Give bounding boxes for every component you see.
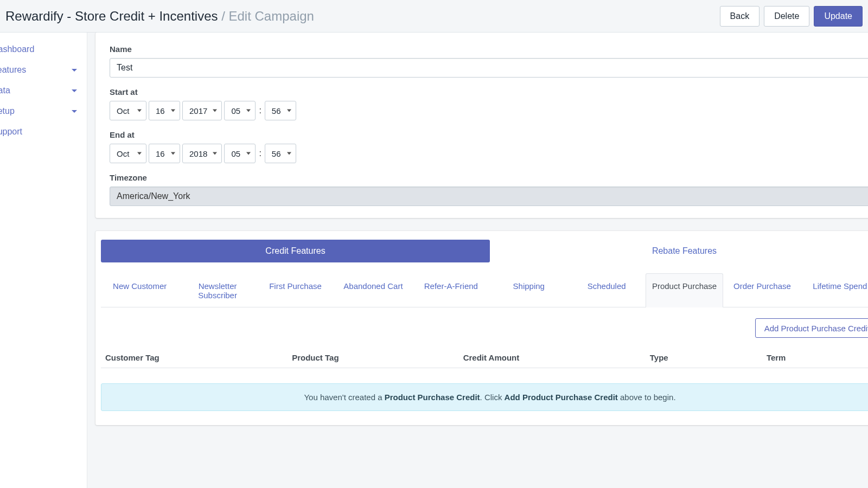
start-hour-select[interactable]: 05 — [224, 101, 256, 120]
subtab-scheduled[interactable]: Scheduled — [567, 273, 645, 307]
chevron-down-icon — [72, 89, 77, 92]
end-day-select[interactable]: 16 — [149, 144, 180, 163]
sidebar-item-label: Data — [0, 86, 10, 95]
chevron-down-icon — [72, 69, 77, 72]
start-at-label: Start at — [110, 87, 868, 97]
chevron-down-icon — [137, 110, 142, 112]
title-main: Rewardify - Store Credit + Incentives — [5, 9, 218, 23]
start-min-select[interactable]: 56 — [265, 101, 296, 120]
update-button[interactable]: Update — [814, 6, 863, 27]
subtab-newsletter-subscriber[interactable]: Newsletter Subscriber — [178, 273, 256, 307]
sidebar-item-dashboard[interactable]: Dashboard — [0, 39, 87, 60]
subtab-order-purchase[interactable]: Order Purchase — [723, 273, 801, 307]
content: Name Start at Oct 16 2017 05 : 56 End at… — [87, 33, 868, 488]
sidebar-item-setup[interactable]: Setup — [0, 101, 87, 121]
chevron-down-icon — [246, 110, 251, 112]
start-day-select[interactable]: 16 — [149, 101, 180, 120]
chevron-down-icon — [171, 152, 175, 155]
th-credit-amount: Credit Amount — [459, 348, 646, 368]
feature-type-tabs: Credit Features Rebate Features — [101, 240, 868, 262]
start-at-selects: Oct 16 2017 05 : 56 — [110, 101, 868, 120]
tab-rebate-features[interactable]: Rebate Features — [490, 240, 868, 262]
subtab-new-customer[interactable]: New Customer — [101, 273, 178, 307]
features-card: Credit Features Rebate Features New Cust… — [95, 231, 868, 425]
sidebar-item-label: Features — [0, 65, 26, 75]
end-min-select[interactable]: 56 — [265, 144, 296, 163]
chevron-down-icon — [137, 152, 142, 155]
end-at-label: End at — [110, 130, 868, 139]
add-product-purchase-credit-button[interactable]: Add Product Purchase Credit — [755, 318, 868, 338]
subtab-abandoned-cart[interactable]: Abandoned Cart — [334, 273, 412, 307]
name-label: Name — [110, 44, 868, 54]
topbar: Rewardify - Store Credit + Incentives / … — [0, 0, 868, 33]
sidebar-item-features[interactable]: Features — [0, 60, 87, 80]
subtab-refer-a-friend[interactable]: Refer-A-Friend — [412, 273, 490, 307]
sidebar-item-support[interactable]: Support — [0, 121, 87, 142]
end-hour-select[interactable]: 05 — [224, 144, 256, 163]
time-colon: : — [258, 149, 262, 158]
title-sep: / — [218, 9, 229, 23]
end-month-select[interactable]: Oct — [110, 144, 146, 163]
subtab-lifetime-spend[interactable]: Lifetime Spend — [801, 273, 868, 307]
th-product-tag: Product Tag — [288, 348, 458, 368]
end-year-select[interactable]: 2018 — [182, 144, 222, 163]
sidebar-item-data[interactable]: Data — [0, 80, 87, 101]
end-at-selects: Oct 16 2018 05 : 56 — [110, 144, 868, 163]
chevron-down-icon — [287, 152, 291, 155]
name-field[interactable] — [110, 58, 868, 78]
sidebar: Dashboard Features Data Setup Support — [0, 33, 87, 488]
subtab-product-purchase[interactable]: Product Purchase — [646, 273, 723, 307]
back-button[interactable]: Back — [720, 6, 760, 27]
subtab-first-purchase[interactable]: First Purchase — [257, 273, 334, 307]
chevron-down-icon — [287, 110, 291, 112]
campaign-form-card: Name Start at Oct 16 2017 05 : 56 End at… — [95, 33, 868, 218]
sidebar-item-label: Dashboard — [0, 44, 34, 54]
chevron-down-icon — [213, 152, 217, 155]
header-actions: Back Delete Update — [720, 6, 863, 27]
th-term: Term — [762, 348, 868, 368]
sidebar-item-label: Setup — [0, 106, 15, 116]
chevron-down-icon — [213, 110, 217, 112]
page-title: Rewardify - Store Credit + Incentives / … — [5, 9, 720, 24]
chevron-down-icon — [246, 152, 251, 155]
add-credit-row: Add Product Purchase Credit — [101, 318, 868, 338]
credit-subtabs: New Customer Newsletter Subscriber First… — [101, 273, 868, 307]
empty-state-alert: You haven't created a Product Purchase C… — [101, 383, 868, 411]
start-month-select[interactable]: Oct — [110, 101, 146, 120]
chevron-down-icon — [72, 110, 77, 113]
tab-credit-features[interactable]: Credit Features — [101, 240, 490, 262]
table-header-row: Customer Tag Product Tag Credit Amount T… — [101, 348, 868, 368]
time-colon: : — [258, 106, 262, 115]
start-year-select[interactable]: 2017 — [182, 101, 222, 120]
timezone-label: Timezone — [110, 173, 868, 182]
delete-button[interactable]: Delete — [764, 6, 809, 27]
sidebar-item-label: Support — [0, 127, 22, 137]
th-type: Type — [646, 348, 762, 368]
th-customer-tag: Customer Tag — [101, 348, 288, 368]
timezone-field — [110, 187, 868, 206]
chevron-down-icon — [171, 110, 175, 112]
subtab-shipping[interactable]: Shipping — [490, 273, 567, 307]
title-crumb: Edit Campaign — [229, 9, 314, 23]
credits-table: Customer Tag Product Tag Credit Amount T… — [101, 348, 868, 368]
